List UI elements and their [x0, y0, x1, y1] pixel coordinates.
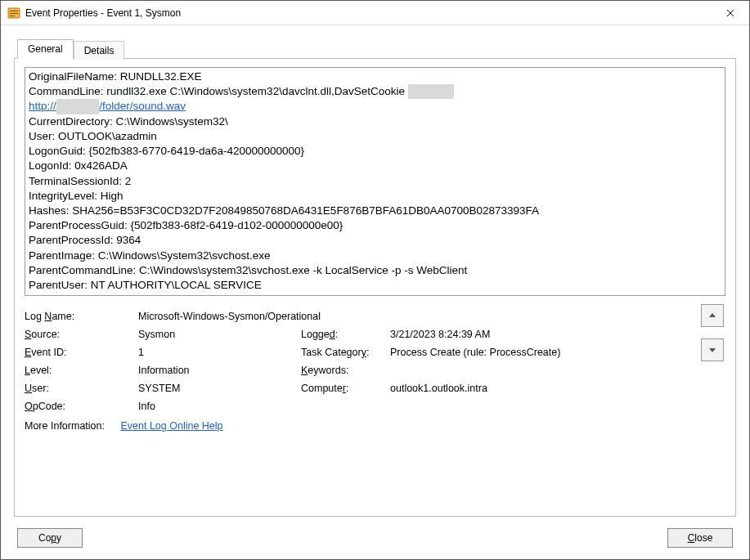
detail-line: ParentProcessId: 9364 — [29, 233, 721, 248]
label-logged: Logged: — [301, 329, 387, 340]
value-computer: outlook1.outlook.intra — [390, 383, 685, 394]
detail-line: LogonId: 0x426ADA — [29, 159, 721, 173]
window-title: Event Properties - Event 1, Sysmon — [25, 7, 712, 19]
label-opcode: OpCode: — [25, 401, 135, 412]
event-details-textbox[interactable]: OriginalFileName: RUNDLL32.EXECommandLin… — [25, 67, 725, 296]
label-level: Level: — [25, 365, 135, 376]
copy-button[interactable]: Copy — [17, 528, 83, 548]
value-source: Sysmon — [138, 329, 298, 340]
tab-general[interactable]: General — [17, 39, 74, 59]
record-nav — [701, 304, 724, 361]
label-task-category: Task Category: — [301, 347, 387, 358]
detail-line: Hashes: SHA256=B53F3C0CD32D7F20849850768… — [29, 204, 721, 218]
redacted-segment — [56, 99, 100, 114]
svg-rect-2 — [10, 13, 18, 14]
label-event-id: Event ID: — [25, 347, 135, 358]
label-source: Source: — [25, 329, 135, 340]
detail-line: TerminalSessionId: 2 — [29, 174, 721, 189]
detail-line: User: OUTLOOK\azadmin — [29, 129, 721, 144]
detail-line: IntegrityLevel: High — [29, 189, 721, 204]
detail-line: OriginalFileName: RUNDLL32.EXE — [29, 69, 721, 84]
value-level: Information — [138, 365, 298, 376]
client-area: General Details OriginalFileName: RUNDLL… — [1, 25, 749, 559]
more-info-row: More Information: Event Log Online Help — [25, 420, 685, 432]
value-task-category: Process Create (rule: ProcessCreate) — [390, 347, 685, 358]
value-user: SYSTEM — [138, 383, 298, 394]
svg-rect-1 — [10, 11, 18, 11]
detail-line: ParentProcessGuid: {502fb383-68f2-6419-d… — [29, 218, 721, 233]
detail-line: CurrentDirectory: C:\Windows\system32\ — [29, 114, 721, 129]
label-computer: Computer: — [301, 383, 387, 394]
value-event-id: 1 — [138, 347, 298, 358]
value-opcode: Info — [138, 401, 685, 412]
label-log-name: Log Name: — [25, 311, 135, 322]
detail-line: ParentImage: C:\Windows\System32\svchost… — [29, 249, 721, 263]
svg-rect-3 — [10, 16, 15, 16]
redacted-segment — [408, 84, 454, 99]
event-log-online-help-link[interactable]: Event Log Online Help — [120, 420, 222, 432]
prev-record-button[interactable] — [701, 304, 724, 327]
detail-wrap: OriginalFileName: RUNDLL32.EXECommandLin… — [25, 67, 725, 296]
detail-line: LogonGuid: {502fb383-6770-6419-da6a-4200… — [29, 144, 721, 159]
detail-line: CommandLine: rundll32.exe C:\Windows\sys… — [29, 84, 721, 99]
titlebar: Event Properties - Event 1, Sysmon — [1, 1, 749, 25]
label-more-info: More Information: — [25, 420, 105, 432]
tab-strip: General Details — [14, 38, 736, 58]
next-record-button[interactable] — [701, 338, 724, 361]
tab-details[interactable]: Details — [74, 41, 125, 60]
value-log-name: Microsoft-Windows-Sysmon/Operational — [138, 311, 685, 322]
detail-line: ParentUser: NT AUTHORITY\LOCAL SERVICE — [29, 278, 721, 293]
fields-grid: Log Name: Microsoft-Windows-Sysmon/Opera… — [25, 311, 685, 412]
value-logged: 3/21/2023 8:24:39 AM — [390, 329, 685, 340]
bottom-bar: Copy Close — [14, 528, 736, 548]
detail-line: ParentCommandLine: C:\Windows\system32\s… — [29, 263, 721, 278]
close-button[interactable]: Close — [667, 528, 733, 548]
close-window-button[interactable] — [712, 1, 749, 25]
event-properties-window: Event Properties - Event 1, Sysmon Gener… — [0, 0, 750, 560]
detail-link[interactable]: http:// /folder/sound.wav — [29, 100, 186, 112]
label-user: User: — [25, 383, 135, 394]
value-keywords — [390, 365, 685, 376]
label-keywords: Keywords: — [301, 365, 387, 376]
detail-line: http:// /folder/sound.wav — [29, 99, 721, 114]
app-icon — [7, 7, 20, 20]
tab-panel-general: OriginalFileName: RUNDLL32.EXECommandLin… — [14, 58, 736, 517]
